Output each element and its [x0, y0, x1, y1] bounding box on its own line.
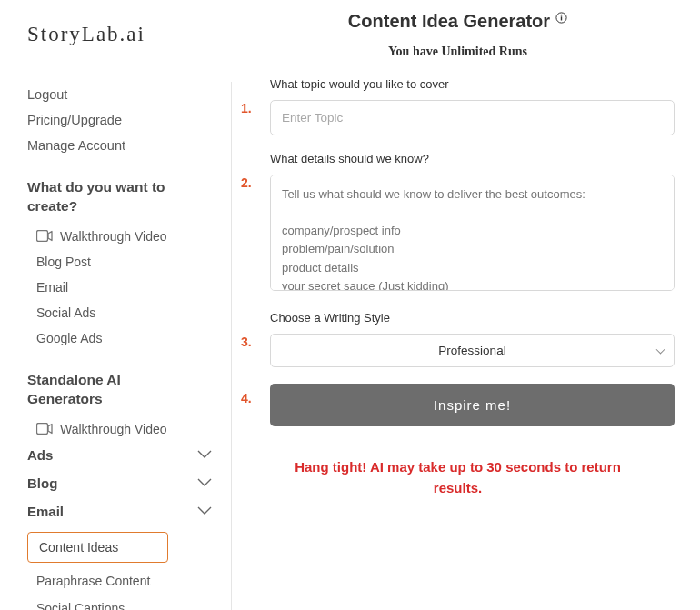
details-textarea[interactable]	[270, 175, 675, 291]
svg-rect-4	[561, 16, 562, 20]
video-icon	[36, 423, 53, 435]
category-label: Ads	[27, 447, 53, 463]
svg-rect-1	[37, 424, 48, 435]
nav-manage-account[interactable]: Manage Account	[27, 138, 232, 153]
step-2: 2. What details should we know?	[241, 152, 675, 295]
create-item-social-ads[interactable]: Social Ads	[27, 305, 232, 320]
category-label: Email	[27, 504, 64, 519]
step-number: 3.	[241, 311, 270, 349]
chevron-down-icon	[197, 450, 212, 459]
wait-message: Hang tight! AI may take up to 30 seconds…	[241, 457, 675, 498]
sidebar: StoryLab.ai Logout Pricing/Upgrade Manag…	[0, 0, 232, 610]
style-select[interactable]: Professional	[270, 334, 675, 367]
subitem-social-captions[interactable]: Social Captions	[27, 601, 232, 610]
video-icon	[36, 230, 53, 242]
main-panel: Content Idea Generator You have Unlimite…	[232, 0, 700, 610]
create-item-label: Blog Post	[36, 255, 91, 269]
category-label: Blog	[27, 475, 57, 491]
category-blog[interactable]: Blog	[27, 475, 232, 491]
account-nav: Logout Pricing/Upgrade Manage Account	[27, 87, 232, 153]
subitem-paraphrase[interactable]: Paraphrase Content	[27, 574, 232, 588]
page-title: Content Idea Generator	[348, 11, 550, 32]
create-item-label: Google Ads	[36, 331, 102, 345]
create-item-blog[interactable]: Blog Post	[27, 255, 232, 269]
app-root: StoryLab.ai Logout Pricing/Upgrade Manag…	[0, 0, 700, 610]
step-number: 1.	[241, 77, 270, 115]
step-number: 2.	[241, 152, 270, 190]
create-item-google-ads[interactable]: Google Ads	[27, 331, 232, 345]
category-email[interactable]: Email	[27, 504, 232, 519]
create-item-label: Social Ads	[36, 305, 95, 320]
topic-label: What topic would you like to cover	[270, 77, 675, 91]
details-label: What details should we know?	[270, 152, 675, 165]
category-ads[interactable]: Ads	[27, 447, 232, 463]
step-4: 4. Inspire me!	[241, 384, 675, 426]
info-icon[interactable]	[555, 12, 567, 24]
nav-logout[interactable]: Logout	[27, 87, 232, 102]
create-item-label: Walkthrough Video	[60, 229, 167, 244]
style-label: Choose a Writing Style	[270, 311, 675, 325]
step-3: 3. Choose a Writing Style Professional	[241, 311, 675, 367]
create-heading: What do you want to create?	[27, 178, 232, 216]
standalone-heading: Standalone AI Generators	[27, 371, 232, 409]
brand-logo: StoryLab.ai	[27, 23, 232, 46]
title-row: Content Idea Generator	[241, 11, 675, 32]
create-item-walkthrough[interactable]: Walkthrough Video	[27, 229, 232, 244]
standalone-walkthrough-label: Walkthrough Video	[60, 422, 167, 436]
runs-status: You have Unlimited Runs	[241, 45, 675, 59]
inspire-button[interactable]: Inspire me!	[270, 384, 675, 426]
svg-point-3	[561, 15, 563, 16]
chevron-down-icon	[197, 506, 212, 515]
nav-pricing[interactable]: Pricing/Upgrade	[27, 113, 232, 127]
create-item-label: Email	[36, 280, 68, 295]
step-number: 4.	[241, 384, 270, 405]
create-item-email[interactable]: Email	[27, 280, 232, 295]
standalone-walkthrough[interactable]: Walkthrough Video	[27, 422, 232, 436]
subitem-content-ideas[interactable]: Content Ideas	[27, 532, 168, 563]
step-1: 1. What topic would you like to cover	[241, 77, 675, 135]
topic-input[interactable]	[270, 100, 675, 135]
chevron-down-icon	[197, 478, 212, 487]
svg-rect-0	[37, 231, 48, 242]
